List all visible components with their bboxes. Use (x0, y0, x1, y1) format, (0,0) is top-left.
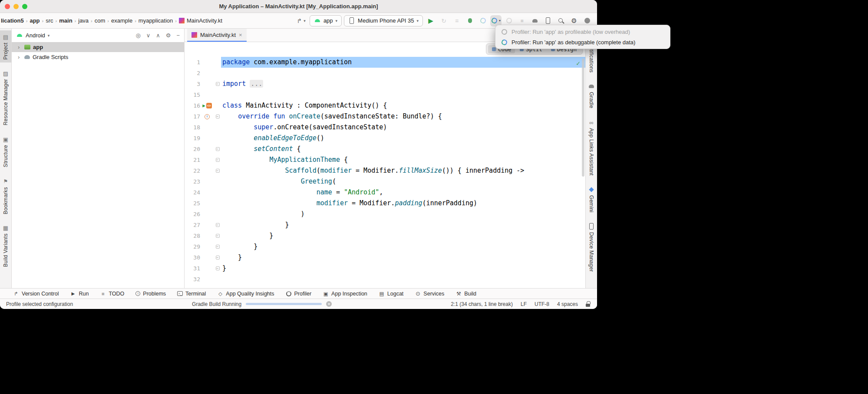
tree-item-gradle-scripts[interactable]: ›Gradle Scripts (12, 52, 184, 62)
tool-stripe-project[interactable]: Project (0, 30, 11, 62)
lock-icon[interactable] (586, 301, 591, 307)
tool-button-problems[interactable]: Problems (135, 291, 166, 297)
hide-panel-icon[interactable]: − (176, 32, 180, 39)
fold-icon[interactable]: − (216, 256, 220, 259)
breadcrumb-item-main[interactable]: main (59, 17, 72, 24)
tool-button-app-quality-insights[interactable]: App Quality Insights (217, 291, 274, 297)
fold-icon[interactable]: − (216, 169, 220, 173)
tool-stripe-build-variants[interactable]: Build Variants (0, 221, 11, 270)
fold-column: − (214, 169, 221, 173)
tool-button-logcat[interactable]: Logcat (379, 291, 404, 297)
build-menu-button[interactable] (451, 15, 462, 26)
tool-stripe-app-links-assistant[interactable]: App Links Assistant (586, 116, 597, 179)
code-text[interactable]: Scaffold(modifier = Modifier.fillMaxSize… (221, 165, 585, 176)
chevron-right-icon[interactable]: › (18, 44, 22, 50)
breadcrumb-item-src[interactable]: src (46, 17, 53, 24)
profile-low-overhead-button[interactable] (477, 15, 488, 26)
tool-stripe-gemini[interactable]: Gemini (586, 183, 597, 216)
tool-stripe-resource-manager[interactable]: Resource Manager (0, 67, 11, 128)
caret-position[interactable]: 2:1 (34 chars, 1 line break) (451, 301, 513, 307)
project-view-mode[interactable]: Android (26, 32, 45, 39)
tool-button-terminal[interactable]: Terminal (177, 291, 206, 297)
fold-icon[interactable]: − (216, 147, 220, 151)
run-gutter-icon[interactable]: ▶ (202, 100, 205, 111)
device-selector[interactable]: Medium Phone API 35 ▾ (344, 15, 423, 26)
tool-stripe-structure[interactable]: Structure (0, 133, 11, 170)
tool-button-build[interactable]: Build (455, 291, 476, 297)
profiler-menu-item-2[interactable]: Profiler: Run 'app' as debuggable (compl… (495, 37, 670, 47)
tool-stripe-gradle[interactable]: Gradle (586, 80, 597, 112)
code-text[interactable]: MyApplicationTheme { (221, 154, 585, 165)
fold-icon[interactable]: − (216, 223, 220, 227)
code-text[interactable]: enableEdgeToEdge() (221, 133, 585, 144)
chevron-down-icon[interactable]: ▾ (48, 33, 50, 38)
locate-file-icon[interactable]: ◎ (135, 32, 140, 39)
tool-button-profiler[interactable]: Profiler (286, 291, 312, 297)
tool-button-services[interactable]: Services (415, 291, 444, 297)
breadcrumb-item-app[interactable]: app (30, 17, 40, 24)
vcs-widget[interactable]: ▾ (296, 17, 306, 24)
fold-icon[interactable]: − (216, 158, 220, 162)
zoom-button[interactable] (22, 4, 27, 9)
tool-button-run[interactable]: Run (70, 291, 89, 297)
fold-icon[interactable]: − (216, 82, 220, 86)
code-text[interactable]: super.onCreate(savedInstanceState) (221, 122, 585, 133)
code-text[interactable]: name = "Android", (221, 187, 585, 198)
breadcrumb-item-lication5[interactable]: lication5 (1, 17, 24, 24)
chevron-right-icon[interactable]: › (18, 54, 22, 60)
code-text[interactable]: } (221, 252, 585, 263)
code-text[interactable]: } (221, 241, 585, 252)
code-text[interactable]: package com.example.myapplication (221, 57, 585, 68)
tab-mainactivity[interactable]: MainActivity.kt × (187, 29, 247, 42)
run-icon (70, 291, 76, 297)
tool-stripe-bookmarks[interactable]: Bookmarks (0, 175, 11, 217)
fold-icon[interactable]: − (216, 234, 220, 238)
code-text[interactable]: } (221, 263, 585, 274)
run-button[interactable] (425, 15, 436, 26)
line-ending[interactable]: LF (521, 301, 527, 307)
stop-build-button[interactable]: ✕ (326, 301, 332, 307)
tool-button-todo[interactable]: TODO (100, 291, 124, 297)
panel-settings-icon[interactable]: ⚙ (166, 32, 171, 39)
tool-stripe-device-manager[interactable]: Device Manager (586, 220, 597, 275)
breadcrumb-item-java[interactable]: java (78, 17, 89, 24)
code-text[interactable]: } (221, 220, 585, 230)
debug-button[interactable] (464, 15, 475, 26)
fold-column: − (214, 234, 221, 238)
tool-button-app-inspection[interactable]: App Inspection (323, 291, 367, 297)
rerun-button[interactable] (438, 15, 449, 26)
tree-item-app[interactable]: ›app (12, 42, 184, 52)
line-number: 25 (185, 198, 200, 209)
code-text[interactable]: override fun onCreate(savedInstanceState… (221, 111, 585, 122)
code-editor[interactable]: CodeSplitDesign 1package com.example.mya… (185, 42, 585, 288)
inspection-status-icon[interactable]: ✓ (576, 59, 580, 67)
code-text[interactable]: ) (221, 209, 585, 220)
code-text[interactable]: modifier = Modifier.padding(innerPadding… (221, 198, 585, 209)
collapse-all-icon[interactable]: ∧ (156, 32, 160, 39)
fold-icon[interactable]: − (216, 266, 220, 270)
tool-button-version-control[interactable]: Version Control (13, 291, 59, 297)
code-text[interactable]: } (221, 230, 585, 241)
minimize-button[interactable] (13, 4, 19, 9)
close-tab-icon[interactable]: × (239, 32, 242, 38)
breadcrumb-item-mainactivity-kt[interactable]: MainActivity.kt (187, 17, 222, 24)
vertical-scrollbar[interactable] (582, 59, 584, 177)
override-gutter-icon[interactable]: ↑ (205, 114, 210, 119)
code-text[interactable]: import ... (221, 79, 585, 89)
breadcrumb-item-com[interactable]: com (95, 17, 106, 24)
fold-icon[interactable]: − (216, 115, 220, 118)
breadcrumb-item-myapplication[interactable]: myapplication (139, 17, 173, 24)
code-text[interactable]: Greeting( (221, 176, 585, 187)
file-encoding[interactable]: UTF-8 (535, 301, 549, 307)
indent-setting[interactable]: 4 spaces (557, 301, 578, 307)
code-line: 32 (185, 274, 585, 285)
close-button[interactable] (5, 4, 10, 9)
run-config-selector[interactable]: app ▾ (310, 15, 342, 26)
breadcrumb-item-example[interactable]: example (111, 17, 132, 24)
code-text[interactable]: setContent { (221, 144, 585, 154)
expand-all-icon[interactable]: ∨ (146, 32, 151, 39)
folded-imports[interactable]: ... (250, 80, 263, 88)
tool-button-label: Logcat (387, 291, 404, 297)
code-text[interactable]: class MainActivity : ComponentActivity()… (221, 100, 585, 111)
fold-icon[interactable]: − (216, 245, 220, 249)
